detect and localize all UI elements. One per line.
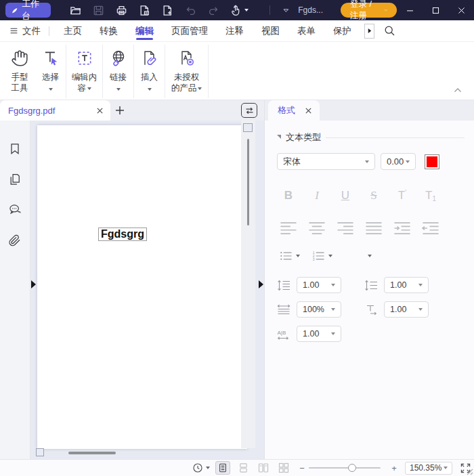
word-spacing-select[interactable]: 1.00 (297, 326, 341, 342)
vertical-scrollbar-box[interactable] (243, 123, 253, 132)
numbered-list-button[interactable]: 123 (312, 251, 332, 261)
save-icon[interactable] (93, 5, 104, 16)
hide-toolbar-icon[interactable] (282, 5, 290, 16)
expand-left-panel-handle[interactable] (31, 280, 36, 288)
menu-convert[interactable]: 转换 (91, 20, 127, 41)
menu-comment[interactable]: 注释 (217, 20, 253, 41)
superscript-mark: ' (405, 189, 406, 196)
horizontal-scale-select[interactable]: 100% (297, 301, 341, 318)
vertical-scrollbar-thumb[interactable] (247, 139, 249, 225)
horizontal-scrollbar[interactable] (36, 448, 237, 457)
bold-button[interactable]: B (280, 188, 297, 204)
section-collapse-icon[interactable] (277, 135, 281, 139)
tool-unauthorized-product[interactable]: 未授权的产品 (165, 45, 209, 98)
tool-select-label: 选择 (42, 72, 59, 82)
single-page-view-button[interactable] (215, 461, 230, 475)
tool-insert[interactable]: 插入 (134, 45, 165, 98)
list-style-caret-icon (368, 255, 372, 257)
touch-mode-caret-icon (244, 9, 249, 12)
zoom-level-value: 150.35% (410, 463, 441, 473)
expand-right-panel-handle[interactable] (259, 280, 263, 288)
continuous-view-button[interactable] (236, 461, 251, 475)
paragraph-spacing-select[interactable]: 1.00 (384, 277, 429, 293)
open-file-icon[interactable] (70, 5, 81, 16)
menu-page-management[interactable]: 页面管理 (163, 20, 217, 41)
format-tab[interactable]: 格式 (268, 100, 320, 121)
workspace-button[interactable]: 工作台 (5, 3, 51, 18)
menu-protect[interactable]: 保护 (324, 20, 360, 41)
maximize-button[interactable] (423, 0, 448, 20)
menu-file[interactable]: 文件 (8, 20, 47, 41)
character-spacing-select[interactable]: 1.00 (384, 301, 429, 318)
font-family-select[interactable]: 宋体 (277, 153, 375, 170)
menu-view[interactable]: 视图 (253, 20, 288, 41)
line-spacing-select[interactable]: 1.00 (297, 277, 341, 293)
increase-indent-icon[interactable] (393, 220, 411, 236)
underline-button[interactable]: U (337, 188, 354, 204)
zoom-level-select[interactable]: 150.35% (405, 462, 452, 475)
reading-mode-button[interactable] (192, 462, 210, 473)
add-page-icon[interactable] (162, 5, 173, 16)
font-size-value: 0.00 (387, 156, 404, 167)
facing-continuous-view-button[interactable] (276, 461, 291, 475)
zoom-slider[interactable] (309, 463, 381, 473)
menu-edit[interactable]: 编辑 (127, 20, 163, 41)
page-thumbnails-icon[interactable] (8, 173, 22, 186)
touch-mode-button[interactable] (231, 5, 249, 16)
strikethrough-button[interactable]: S (365, 188, 383, 204)
menu-home[interactable]: 主页 (55, 20, 91, 41)
font-color-swatch[interactable] (425, 154, 439, 169)
search-icon[interactable] (384, 25, 395, 37)
attachments-panel-icon[interactable] (8, 234, 22, 247)
document-tab[interactable]: Fgdsgrg.pdf (0, 100, 110, 121)
menu-form[interactable]: 表单 (288, 20, 324, 41)
italic-button[interactable]: I (308, 188, 326, 204)
switch-tabs-button[interactable] (241, 103, 257, 118)
decrease-indent-icon[interactable] (422, 220, 439, 236)
horizontal-scrollbar-box[interactable] (36, 448, 44, 456)
document-canvas[interactable]: Fgdsgrg (30, 121, 264, 459)
pdf-text-object[interactable]: Fgdsgrg (98, 228, 147, 241)
tool-link[interactable]: 链接 (103, 45, 134, 98)
close-button[interactable] (448, 0, 474, 20)
zoom-slider-thumb[interactable] (348, 464, 356, 472)
menu-overflow-button[interactable] (364, 24, 374, 39)
facing-view-button[interactable] (256, 461, 271, 475)
tab-close-icon[interactable] (96, 107, 104, 114)
tool-edit-content[interactable]: 编辑内容 (66, 45, 103, 98)
collapse-ribbon-icon[interactable] (454, 87, 462, 93)
horizontal-scale-value: 100% (303, 305, 324, 314)
zoom-out-button[interactable]: − (298, 463, 306, 473)
paragraph-spacing-caret-icon (418, 284, 423, 286)
bullet-list-button[interactable] (280, 251, 300, 261)
print-icon[interactable] (116, 5, 127, 16)
align-justify-icon[interactable] (365, 220, 383, 236)
undo-icon[interactable] (185, 5, 196, 16)
format-tab-close-icon[interactable] (305, 107, 312, 114)
redo-icon[interactable] (208, 5, 219, 16)
font-family-caret-icon (365, 160, 369, 163)
align-right-icon[interactable] (337, 220, 354, 236)
subscript-button[interactable]: T1 (422, 188, 439, 204)
tool-select[interactable]: 选择 (35, 45, 66, 98)
zoom-in-button[interactable]: + (390, 463, 398, 473)
paragraph-spacing-value: 1.00 (390, 280, 406, 290)
tool-edit-content-label: 编辑内容 (72, 72, 98, 93)
horizontal-scrollbar-thumb[interactable] (68, 452, 116, 454)
text-type-section-header[interactable]: 文本类型 (277, 131, 465, 144)
login-register-button[interactable]: 登录 / 注册 (341, 3, 397, 18)
extract-page-icon[interactable] (139, 5, 150, 16)
align-center-icon[interactable] (308, 220, 326, 236)
tool-hand[interactable]: 手型工具 (4, 45, 35, 98)
bookmarks-panel-icon[interactable] (8, 142, 22, 156)
window-resize-grip[interactable] (465, 467, 473, 475)
superscript-button[interactable]: T' (393, 188, 411, 204)
comments-panel-icon[interactable] (8, 203, 22, 217)
list-style-dropdown[interactable] (368, 255, 372, 257)
minimize-button[interactable] (397, 0, 423, 20)
vertical-scrollbar[interactable] (241, 121, 255, 448)
align-left-icon[interactable] (280, 220, 297, 236)
pdf-page[interactable]: Fgdsgrg (37, 125, 247, 449)
font-size-select[interactable]: 0.00 (381, 153, 416, 170)
new-tab-button[interactable] (110, 100, 129, 121)
